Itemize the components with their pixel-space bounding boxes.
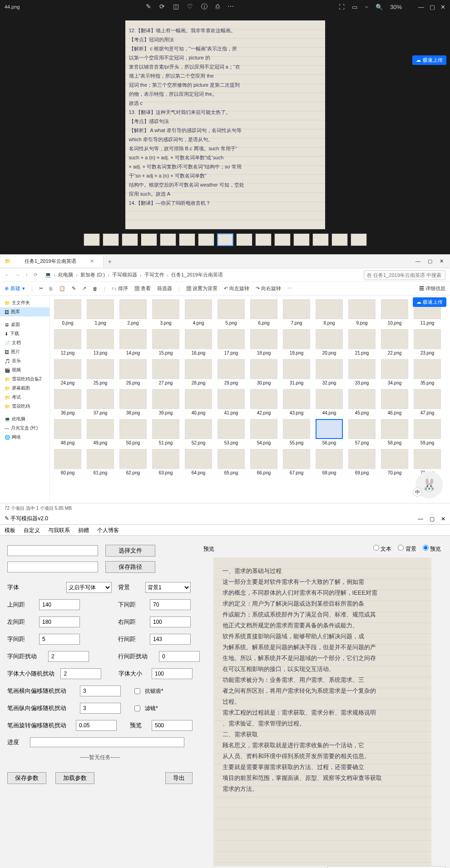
forward-icon[interactable]: → [15,272,20,278]
crumb-item[interactable]: 任务1_2019年云南英语 [171,271,223,278]
copy-icon[interactable]: ⎘ [49,286,53,291]
close-icon[interactable]: ✕ [441,516,445,522]
rotate-right-button[interactable]: ↷ 向右旋转 [256,285,281,292]
file-item[interactable]: 53.png [217,419,245,445]
menu-item[interactable]: 捐赠 [78,527,89,533]
delete-icon[interactable]: 🗑 [93,286,98,291]
thumb[interactable] [293,233,310,246]
font-size-input[interactable] [152,668,193,679]
file-item[interactable]: 18.png [250,329,278,355]
file-item[interactable]: 6.png [250,299,278,326]
file-item[interactable]: 36.png [54,389,82,415]
opt-bg[interactable]: 背景 [398,545,416,553]
photo-thumbnail-strip[interactable] [0,232,450,250]
maximize-icon[interactable]: ▢ [430,516,435,522]
hoffset-input[interactable] [80,686,121,696]
file-item[interactable]: 60.png [54,449,82,475]
voffset-input[interactable] [80,703,121,714]
maximize-icon[interactable]: ▢ [430,4,435,10]
minimize-icon[interactable]: — [415,258,420,264]
info-icon[interactable]: ⓘ [201,3,208,11]
back-icon[interactable]: ← [5,272,10,278]
rename-icon[interactable]: ✎ [72,286,76,291]
sidebar-item[interactable]: 🖼图片 [0,347,49,356]
file-item[interactable]: 12.png [54,329,82,355]
thumb[interactable] [331,233,348,246]
file-item[interactable]: 8.png [315,299,343,326]
crop-icon[interactable]: ◫ [173,3,179,11]
file-item[interactable]: 33.png [348,359,376,385]
zoom-out-icon[interactable]: − [365,4,368,10]
file-item[interactable]: 70.png [381,449,409,475]
filter-button[interactable]: 筛选器 [157,285,172,292]
file-item[interactable]: 25.png [86,359,114,385]
file-item[interactable]: 35.png [413,359,441,385]
file-item[interactable]: 64.png [184,449,213,475]
close-icon[interactable]: ✕ [440,4,445,10]
file-item[interactable]: 13.png [86,329,114,355]
edit-icon[interactable]: ✎ [146,3,151,11]
sidebar-item[interactable]: 💻此电脑 [0,414,49,424]
file-item[interactable]: 52.png [184,419,213,445]
file-item[interactable]: 15.png [152,329,180,355]
new-button[interactable]: ⊕ 新建 ▾ [5,285,25,292]
file-item[interactable]: 65.png [217,449,245,475]
thumb[interactable] [274,233,291,246]
thumb[interactable] [198,233,214,246]
file-item[interactable]: 3.png [152,299,180,326]
file-item[interactable]: 46.png [381,389,409,415]
print-icon[interactable]: ⎙ [216,3,219,11]
file-item[interactable]: 28.png [184,359,213,385]
sidebar-item[interactable]: 🌐网络 [0,433,49,442]
antialias-checkbox[interactable] [134,688,140,694]
file-item[interactable]: 14.png [119,329,147,355]
file-item[interactable]: 57.png [348,419,376,445]
file-item[interactable]: 23.png [413,329,441,355]
opt-preview[interactable]: 预览 [423,545,441,553]
thumb[interactable] [179,233,195,246]
sidebar-item[interactable]: 📁考试 [0,393,49,402]
rot-offset-input[interactable] [76,720,117,731]
file-item[interactable]: 20.png [315,329,343,355]
file-item[interactable]: 69.png [348,449,376,475]
file-item[interactable]: 4.png [184,299,213,326]
upload-badge[interactable]: ☁ 极速上传 [413,297,446,307]
file-item[interactable]: 1.png [86,299,114,326]
file-item[interactable]: 19.png [282,329,311,355]
thumb[interactable] [312,233,329,246]
up-icon[interactable]: ↑ [25,272,28,278]
more-icon[interactable]: ⋯ [287,286,292,291]
sidebar-item[interactable]: 🎬视频 [0,365,49,375]
view-button[interactable]: ▦ 查看 [134,285,151,292]
file-item[interactable]: 16.png [184,329,213,355]
crumb-item[interactable]: 手写文件 [144,271,164,278]
file-item[interactable]: 0.png [54,299,82,326]
thumb[interactable] [141,233,157,246]
file-item[interactable]: 2.png [119,299,147,326]
file-item[interactable]: 47.png [413,389,441,415]
file-item[interactable]: 5.png [217,299,245,326]
source-file-field[interactable] [7,545,98,556]
zoom-glass-icon[interactable]: 🔍 [376,4,383,10]
file-item[interactable]: 59.png [413,419,441,445]
new-tab-button[interactable]: + [104,258,116,265]
top-margin-input[interactable] [39,599,80,610]
file-item[interactable]: 49.png [86,419,114,445]
char-spacing-input[interactable] [39,634,80,645]
thumb[interactable] [217,233,233,246]
favorite-icon[interactable]: ♡ [187,3,193,11]
file-item[interactable]: 29.png [217,359,245,385]
line-spacing-input[interactable] [150,634,191,645]
file-item[interactable]: 10.png [381,299,409,326]
sort-button[interactable]: ↑↓ 排序 [112,285,128,292]
save-path-field[interactable] [7,562,98,572]
right-margin-input[interactable] [150,616,191,627]
file-item[interactable]: 22.png [381,329,409,355]
sidebar-item[interactable]: 🖼图库 [0,307,49,316]
thumb[interactable] [103,233,119,246]
file-item[interactable]: 43.png [282,389,311,415]
file-item[interactable]: 30.png [250,359,278,385]
sidebar-item[interactable]: ⬇下载 [0,329,49,338]
file-item[interactable]: 51.png [152,419,180,445]
file-item[interactable]: 21.png [348,329,376,355]
